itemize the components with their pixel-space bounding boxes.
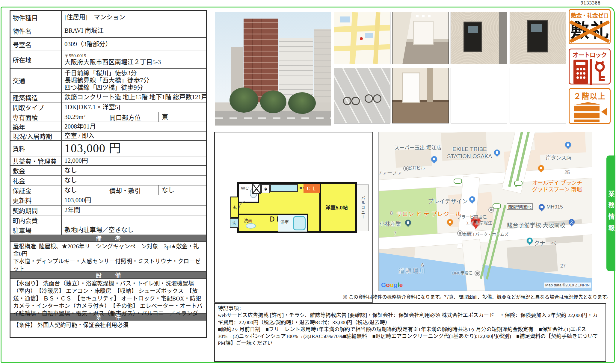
row-label: 所在地 (10, 51, 62, 68)
map-road-shape (350, 12, 358, 64)
table-row: 築年2008年01月 (10, 122, 206, 132)
map-label: 25 (564, 170, 570, 175)
section-text: 屋根構造: 陸屋根、★2026年リーシングキャンペーン対象 3pt★敷金・礼金0… (10, 242, 206, 271)
store-pin-icon (494, 149, 500, 155)
crossed-kanji: 敷 礼 (570, 20, 610, 43)
badge-title: ２階以上 (570, 90, 610, 101)
google-logo-letter: e (399, 281, 403, 288)
photo-intercom-closeup (510, 12, 566, 64)
floorplan-entrance: 玄 (230, 197, 239, 218)
floorplan-balcony: バルコニー (357, 185, 369, 231)
badge-second-floor-or-above: ２階以上 (569, 88, 611, 124)
bathtub-shape (293, 216, 306, 230)
bathroom-label: 浴室 (280, 219, 289, 225)
door-frame-shape (403, 73, 419, 102)
wc-label: WC (241, 185, 249, 191)
special-remarks-paragraph: webサービス広告掲載 [許可]・チラシ、雑誌等掲載広告 [要確認]・保証会社：… (218, 312, 603, 326)
wall-column-shape (427, 68, 433, 102)
floorplan-pipe-space (252, 184, 261, 194)
tree-shape (260, 90, 286, 113)
table-row: 建築構造鉄筋コンクリート造 地上15階 地下1階 総戸数121戸 (10, 93, 206, 102)
store-pin-icon (565, 142, 571, 148)
document-number: 9133388 (581, 0, 614, 6)
table-row: 専有面積30.29m²開口部方位東 (10, 112, 206, 122)
bicycle-wheel-shape (343, 97, 351, 105)
building-icon (574, 102, 600, 122)
map-road-shape (334, 44, 390, 52)
table-row: 現況/入居時期空室 / 即入 (10, 132, 206, 141)
floorplan-wall (307, 214, 308, 232)
map-label: サロン ド テ プレジール (396, 209, 461, 218)
school-pin-icon: 文 (569, 219, 575, 225)
badge-autolock: オートロック (569, 49, 611, 84)
autolock-intercom-key-icon (572, 59, 608, 85)
row-label: 契約期間 (10, 206, 62, 215)
building-dot-pin (488, 207, 494, 213)
row-value: 30.29m² (62, 112, 107, 122)
road-lane-line (215, 117, 331, 119)
intercom-screen-shape (531, 24, 542, 32)
photo-placeholder-empty (451, 68, 507, 123)
row-value: [住居用] マンション (62, 11, 206, 24)
kitchen-counter-shape (270, 184, 298, 192)
row-value: 1DK[DK7.1 × 洋室5] (62, 102, 206, 112)
row-label-secondary: 開口部方位 (107, 112, 159, 122)
building-dot-pin (457, 230, 463, 236)
special-remarks-paragraph: ■解約2ヶ月前日割 ■フリーレント適用時1年未満の解約で相当額の短期違約設定有※… (218, 326, 603, 347)
washer-label: 洗 (232, 220, 236, 226)
map-building-shape (534, 132, 586, 155)
map-marker-shape (360, 37, 363, 40)
photo-intercom-wall (451, 12, 507, 64)
floorplan-washer-space: 洗 (230, 218, 239, 228)
store-pin-icon (431, 156, 437, 162)
row-value: 103,000円 (62, 195, 206, 205)
row-label: 共益費・管理費 (10, 156, 62, 165)
row-value (62, 215, 206, 225)
map-label: グッドスプーン 南堀 (532, 185, 582, 193)
row-label: 更新料 (10, 195, 62, 205)
map-label: STATION OSAKA (447, 153, 492, 160)
photo-placeholder-empty (510, 68, 566, 123)
bicycle-wheel-shape (365, 94, 373, 103)
map-label: 小林産業 (379, 220, 401, 227)
disclaimer-note: ※ この資料は物件の概略紹介資料になります。写真、間取図面、設備、概要などが現況… (330, 293, 611, 300)
row-value: なし (62, 166, 206, 175)
row-value: 2008年01月 (62, 122, 206, 131)
table-row: 契約期間2年間 (10, 206, 206, 215)
table-row: 敷金なし (10, 166, 206, 176)
sink-shape (246, 223, 256, 229)
map-label: 谷井ビル (408, 164, 425, 170)
intercom-screen-shape (468, 26, 478, 33)
google-logo-letter: o (390, 281, 394, 288)
special-remarks-title: 特記事項： (218, 305, 603, 312)
table-row: 間取タイプ1DK[DK7.1 × 洋室5] (10, 102, 206, 112)
row-value: なし (62, 176, 206, 185)
map-label: 南堀江パーク・ホームズ (463, 231, 508, 237)
table-row: 町内会費 (10, 215, 206, 225)
parking-lines-shape (334, 68, 390, 123)
map-water-shape (365, 33, 373, 38)
row-label: 賃料 (10, 141, 62, 156)
business-pin-icon (405, 220, 411, 226)
row-value: 千日前線「桜川」徒歩3分長堀鶴見線「西大橋」徒歩7分四つ橋線「四ツ橋」徒歩9分 (62, 69, 206, 92)
row-label: 号室名 (10, 38, 62, 51)
row-value: 〒550-0015大阪府大阪市西区南堀江２丁目5-3 (62, 51, 206, 68)
table-row: 賃料103,000 円 (10, 141, 206, 156)
business-info-tab-label: 業務情報 (606, 191, 615, 236)
door-edge-shape (499, 12, 507, 64)
map-label: 駿台予備学校 大阪南校 (507, 221, 565, 229)
row-value: 敷地内駐車場／空きなし (62, 225, 206, 235)
section-band: 備 考 (10, 235, 206, 242)
table-row: 物件名BRAVI 南堀江 (10, 24, 206, 38)
badge-no-deposit-no-key-money: 敷金・礼金ゼロ 敷 礼 (569, 9, 611, 44)
restaurant-pin-icon (538, 165, 544, 171)
row-label: 駐車場 (10, 225, 62, 235)
row-label: 専有面積 (10, 112, 62, 122)
bicycle-wheel-shape (351, 97, 360, 105)
google-logo-letter: o (386, 281, 390, 288)
row-label: 町内会費 (10, 215, 62, 225)
map-road-shape (334, 25, 390, 32)
table-row: 保証金なし償却・敷引なし (10, 185, 206, 195)
business-info-tab[interactable]: 業務情報 (606, 155, 615, 271)
row-value-secondary: なし (159, 185, 206, 195)
